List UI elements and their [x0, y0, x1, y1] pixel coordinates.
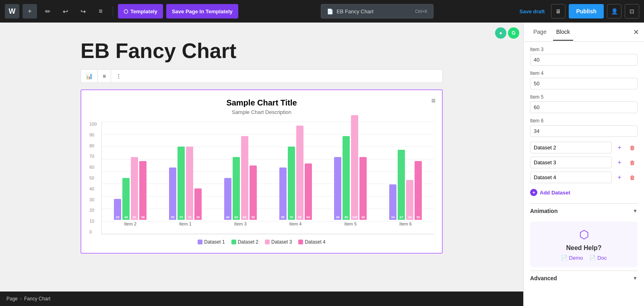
- chart-group-label: Item 6: [399, 221, 412, 226]
- legend-color: [298, 240, 303, 244]
- bar: 67: [398, 150, 405, 220]
- chart-groups: 20406056Item 250707030Item 140608052Item…: [105, 122, 431, 226]
- chart-bars-area: 20406056Item 250707030Item 140608052Item…: [101, 122, 434, 234]
- templately-label: Templately: [130, 8, 157, 14]
- legend-label: Dataset 3: [271, 239, 292, 245]
- bar: 54: [305, 163, 312, 220]
- chart-menu-icon[interactable]: ≡: [431, 97, 436, 105]
- canvas: ● G EB Fancy Chart 📊 ≡ ⋮ ≡ Sample Chart …: [0, 23, 523, 306]
- chart-group: 50709054Item 4: [270, 115, 321, 226]
- chart-group-label: Item 5: [345, 221, 357, 226]
- bar: 38: [406, 180, 413, 220]
- sidebar-close-button[interactable]: ✕: [633, 28, 639, 37]
- animation-arrow: ▼: [633, 208, 638, 214]
- dataset-input-3[interactable]: [530, 157, 612, 168]
- bar: 80: [343, 136, 350, 220]
- help-icon: ⬡: [579, 228, 589, 241]
- chart-y-axis-wrapper: 0 10 20 30 40 50 60 70 80 90 100: [89, 122, 434, 234]
- dataset-row-4: ＋ 🗑: [530, 172, 638, 183]
- chart-group: 40608052Item 3: [215, 115, 266, 226]
- list-view-button[interactable]: ≡: [93, 4, 108, 19]
- label-item5: Item 5: [530, 94, 638, 100]
- advanced-section[interactable]: Advanced ▼: [530, 271, 638, 285]
- publish-button[interactable]: Publish: [569, 4, 604, 19]
- sidebar-content: Item 3 Item 4 Item 5 Item 6 ＋ 🗑: [524, 42, 644, 306]
- sidebar-header: Page Block ✕: [524, 23, 644, 42]
- user-avatar-button[interactable]: 👤: [607, 4, 621, 19]
- animation-section[interactable]: Animation ▼: [530, 203, 638, 218]
- devices-button[interactable]: 🖥: [551, 4, 566, 19]
- bar: 70: [178, 147, 185, 220]
- advanced-arrow: ▼: [633, 275, 638, 281]
- bar: 60: [334, 157, 341, 220]
- align-block-btn[interactable]: ≡: [98, 70, 111, 83]
- help-title: Need Help?: [566, 244, 601, 252]
- bar: 56: [139, 161, 147, 220]
- chart-group-label: Item 3: [234, 221, 247, 226]
- chart-block-btn[interactable]: 📊: [81, 70, 98, 83]
- grammarly-icon-2: G: [508, 27, 519, 39]
- field-item4: Item 4: [530, 70, 638, 89]
- input-item3[interactable]: [530, 54, 638, 66]
- search-text: EB Fancy Chart: [336, 8, 374, 14]
- breadcrumb-current[interactable]: Fancy Chart: [24, 296, 50, 302]
- bar: 40: [224, 178, 231, 220]
- chart-title: Sample Chart Title: [89, 98, 434, 108]
- dataset-add-btn-3[interactable]: ＋: [614, 158, 625, 167]
- dataset-del-btn-4[interactable]: 🗑: [627, 174, 638, 181]
- chart-group-label: Item 4: [289, 221, 302, 226]
- bar: 50: [279, 167, 287, 220]
- search-bar[interactable]: 📄 EB Fancy Chart Ctrl+K: [321, 4, 433, 19]
- breadcrumb-page[interactable]: Page: [6, 296, 18, 302]
- wp-logo[interactable]: W: [5, 4, 19, 19]
- save-draft-button[interactable]: Save draft: [516, 8, 548, 14]
- animation-label: Animation: [530, 208, 557, 214]
- input-item6[interactable]: [530, 125, 638, 137]
- field-item3: Item 3: [530, 47, 638, 66]
- bar: 60: [233, 157, 240, 220]
- legend-item: Dataset 1: [198, 239, 225, 245]
- input-item4[interactable]: [530, 78, 638, 89]
- more-block-btn[interactable]: ⋮: [111, 70, 126, 83]
- demo-label: Demo: [569, 255, 583, 261]
- legend-item: Dataset 4: [298, 239, 325, 245]
- input-item5[interactable]: [530, 101, 638, 113]
- dataset-input-4[interactable]: [530, 172, 612, 183]
- demo-link[interactable]: 📄 Demo: [561, 255, 583, 261]
- chart-group: 34673856Item 6: [380, 115, 431, 226]
- save-page-button[interactable]: Save Page In Templately: [166, 4, 238, 19]
- field-item5: Item 5: [530, 94, 638, 113]
- tab-block[interactable]: Block: [553, 24, 573, 41]
- dataset-add-btn-2[interactable]: ＋: [614, 143, 625, 152]
- edit-button[interactable]: ✏: [40, 4, 55, 19]
- doc-icon: 📄: [589, 255, 596, 261]
- add-block-button[interactable]: +: [23, 4, 37, 19]
- add-dataset-button[interactable]: ＋ Add Dataset: [530, 186, 570, 198]
- redo-button[interactable]: ↪: [76, 4, 90, 19]
- sidebar-toggle-button[interactable]: ⊡: [625, 4, 639, 19]
- add-dataset-label: Add Dataset: [540, 190, 570, 196]
- legend-label: Dataset 2: [238, 239, 258, 245]
- legend-label: Dataset 1: [204, 239, 225, 245]
- undo-button[interactable]: ↩: [58, 4, 72, 19]
- dataset-del-btn-2[interactable]: 🗑: [627, 145, 638, 151]
- help-box: ⬡ Need Help? 📄 Demo 📄 Doc: [530, 221, 638, 267]
- bar: 52: [250, 165, 257, 220]
- templately-icon: ⬡: [124, 8, 128, 14]
- grammarly-icon-1: ●: [495, 27, 506, 39]
- templately-button[interactable]: ⬡ Templately: [118, 4, 163, 19]
- chart-description: Sample Chart Description: [89, 109, 434, 115]
- toolbar-right: Save draft 🖥 Publish 👤 ⊡: [516, 4, 639, 19]
- bar: 34: [389, 184, 396, 220]
- bar: 70: [186, 147, 193, 220]
- legend-item: Dataset 3: [265, 239, 292, 245]
- chart-group-label: Item 2: [124, 221, 136, 226]
- dataset-input-2[interactable]: [530, 142, 612, 153]
- doc-link[interactable]: 📄 Doc: [589, 255, 607, 261]
- tab-page[interactable]: Page: [530, 24, 550, 41]
- bar: 80: [241, 136, 248, 220]
- dataset-add-btn-4[interactable]: ＋: [614, 173, 625, 182]
- dataset-del-btn-3[interactable]: 🗑: [627, 159, 638, 166]
- bar: 100: [351, 115, 358, 220]
- chart-group: 20406056Item 2: [105, 115, 155, 226]
